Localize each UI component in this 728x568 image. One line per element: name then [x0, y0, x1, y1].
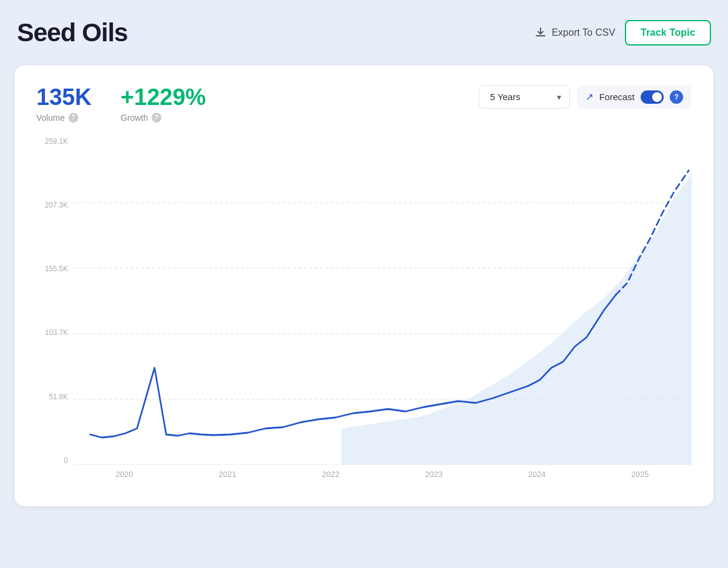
volume-metric: 135K Volume ? — [36, 85, 92, 123]
chart-card: 135K Volume ? +1229% Growth ? 1 Year 2 Y… — [15, 66, 713, 506]
y-label-155: 155.5K — [36, 265, 73, 273]
volume-help-icon[interactable]: ? — [69, 113, 78, 123]
growth-metric: +1229% Growth ? — [121, 85, 206, 123]
x-label-2020: 2020 — [73, 470, 176, 479]
metrics-section: 135K Volume ? +1229% Growth ? — [36, 85, 206, 123]
growth-value: +1229% — [121, 85, 206, 110]
export-csv-button[interactable]: Export To CSV — [534, 27, 615, 39]
forecast-control: ↗ Forecast ? — [577, 86, 692, 109]
forecast-label: Forecast — [599, 92, 635, 102]
y-label-207: 207.3K — [36, 201, 73, 209]
volume-label: Volume ? — [36, 113, 92, 123]
chart-area: 0 51.8K 103.7K 155.5K 207.3K 259.1K — [36, 137, 692, 489]
page-header: Seed Oils Export To CSV Track Topic — [15, 12, 713, 53]
x-axis-labels: 2020 2021 2022 2023 2024 2025 — [73, 465, 692, 489]
y-label-103: 103.7K — [36, 328, 73, 337]
main-chart-svg — [73, 137, 692, 465]
y-axis-labels: 0 51.8K 103.7K 155.5K 207.3K 259.1K — [36, 137, 73, 465]
track-topic-button[interactable]: Track Topic — [625, 20, 711, 46]
svg-marker-5 — [342, 174, 692, 465]
growth-label: Growth ? — [121, 113, 206, 123]
x-label-2024: 2024 — [485, 470, 588, 479]
years-select[interactable]: 1 Year 2 Years 5 Years 10 Years — [479, 85, 570, 109]
y-label-51: 51.8K — [36, 393, 73, 401]
y-label-0: 0 — [36, 456, 73, 465]
volume-value: 135K — [36, 85, 92, 110]
chart-svg-container — [73, 137, 692, 465]
forecast-help-icon[interactable]: ? — [670, 90, 683, 104]
growth-help-icon[interactable]: ? — [152, 113, 161, 123]
chart-controls: 135K Volume ? +1229% Growth ? 1 Year 2 Y… — [36, 85, 692, 123]
x-label-2025: 2025 — [588, 470, 692, 479]
header-actions: Export To CSV Track Topic — [534, 20, 711, 46]
x-label-2021: 2021 — [176, 470, 279, 479]
y-label-259: 259.1K — [36, 137, 73, 146]
forecast-toggle[interactable] — [641, 90, 664, 104]
download-icon — [534, 27, 547, 39]
x-label-2022: 2022 — [279, 470, 382, 479]
page-title: Seed Oils — [17, 18, 127, 47]
years-select-wrapper: 1 Year 2 Years 5 Years 10 Years — [479, 85, 570, 109]
chart-controls-right: 1 Year 2 Years 5 Years 10 Years ↗ Foreca… — [479, 85, 692, 109]
x-label-2023: 2023 — [382, 470, 485, 479]
forecast-trend-icon: ↗ — [585, 91, 593, 103]
